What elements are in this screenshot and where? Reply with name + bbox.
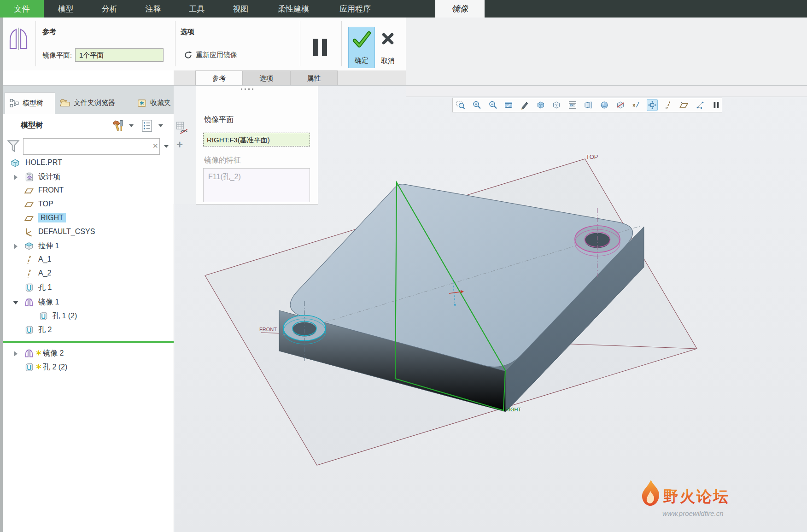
insert-here-separator[interactable] xyxy=(3,341,174,343)
view-manager-icon[interactable] xyxy=(567,99,578,111)
filter-history-caret[interactable] xyxy=(164,145,169,148)
expand-arrow-icon[interactable] xyxy=(14,175,18,180)
menu-item-5[interactable]: 视图 xyxy=(219,0,263,18)
mirror-plane-section-label: 镜像平面 xyxy=(204,115,234,125)
tree-row[interactable]: 孔 2 xyxy=(3,323,174,337)
expand-arrow-icon[interactable] xyxy=(14,244,18,249)
navigator-tab-3[interactable]: 收藏夹 xyxy=(133,92,174,114)
section-icon[interactable] xyxy=(614,99,626,111)
tree-row[interactable]: 镜像 2 xyxy=(3,347,174,361)
dashboard-tab-2[interactable]: 选项 xyxy=(243,70,290,85)
tree-tools-icon[interactable] xyxy=(111,119,125,133)
tree-columns-caret[interactable] xyxy=(158,124,163,127)
pause-button[interactable] xyxy=(313,39,327,56)
mirror-plane-reference-field[interactable]: RIGHT:F3(基准平面) xyxy=(203,133,310,146)
refit-icon[interactable] xyxy=(455,99,467,111)
add-icon[interactable]: + xyxy=(176,138,183,151)
collapse-arrow-icon[interactable] xyxy=(13,301,18,304)
tree-row[interactable]: 设计项 xyxy=(3,170,174,184)
cancel-x-icon xyxy=(380,30,396,47)
dashboard-tab-3[interactable]: 属性 xyxy=(290,70,338,85)
dashboard-tab-1[interactable]: 参考 xyxy=(195,70,243,85)
display-style-icon[interactable] xyxy=(519,99,531,111)
tree-item-label[interactable]: 孔 1 (2) xyxy=(53,311,77,321)
axis-icon xyxy=(24,255,34,265)
mirror-plane-collector[interactable]: 1个平面 xyxy=(75,48,164,62)
tree-item-label[interactable]: 镜像 2 xyxy=(43,349,64,358)
context-tab-mirror[interactable]: 镜像 xyxy=(435,0,485,18)
reapply-mirror-button[interactable]: 重新应用镜像 xyxy=(184,51,237,59)
perspective-icon[interactable] xyxy=(583,99,594,111)
tree-row[interactable]: TOP xyxy=(3,198,174,212)
mirrored-features-list[interactable]: F11(孔_2) xyxy=(203,168,310,202)
menu-item-6[interactable]: 柔性建模 xyxy=(263,0,324,18)
point-display-icon[interactable] xyxy=(695,99,706,111)
tree-row[interactable]: 镜像 1 xyxy=(3,296,174,310)
menu-item-1[interactable]: 模型 xyxy=(44,0,88,18)
tree-row[interactable]: FRONT xyxy=(3,184,174,198)
tree-row[interactable]: HOLE.PRT xyxy=(3,157,174,170)
tree-item-label[interactable]: 镜像 1 xyxy=(38,298,59,307)
mirror-icon xyxy=(24,297,34,307)
tree-row[interactable]: 孔 1 xyxy=(3,281,174,295)
tree-item-label[interactable]: 孔 2 xyxy=(38,325,52,335)
hidden-line-icon[interactable] xyxy=(551,99,562,111)
tree-side-strip: + xyxy=(174,86,196,204)
tree-columns-icon[interactable] xyxy=(140,119,153,133)
shaded-icon[interactable] xyxy=(535,99,546,111)
menu-item-4[interactable]: 工具 xyxy=(175,0,219,18)
tree-row[interactable]: 孔 1 (2) xyxy=(3,310,174,323)
tree-row[interactable]: RIGHT xyxy=(3,212,174,226)
tree-item-label[interactable]: A_2 xyxy=(38,269,51,277)
menu-file-tab[interactable]: 文件 xyxy=(0,0,44,18)
appearances-icon[interactable] xyxy=(599,99,610,111)
tree-item-label[interactable]: FRONT xyxy=(38,186,64,194)
panel-drag-handle[interactable] xyxy=(241,88,253,90)
tree-item-label[interactable]: HOLE.PRT xyxy=(25,158,62,167)
tree-item-label[interactable]: A_1 xyxy=(38,255,51,263)
repaint-icon[interactable] xyxy=(503,99,515,111)
tree-item-label[interactable]: 设计项 xyxy=(38,172,60,182)
menu-item-3[interactable]: 注释 xyxy=(131,0,175,18)
tree-row[interactable]: A_1 xyxy=(3,253,174,267)
datum-label-right[interactable]: RIGHT xyxy=(505,407,521,412)
tree-tools-caret[interactable] xyxy=(129,124,134,127)
tree-row[interactable]: 拉伸 1 xyxy=(3,240,174,253)
clear-x-icon[interactable]: ✕ xyxy=(152,142,158,150)
model-tree-panel: 模型树文件夹浏览器收藏夹 模型树 ✕ xyxy=(3,86,174,532)
dragger-icon[interactable] xyxy=(647,99,658,111)
plane-display-icon[interactable] xyxy=(678,99,690,111)
graphics-toolbar xyxy=(452,98,722,112)
axis-display-icon[interactable] xyxy=(662,99,674,111)
tree-display-filter-icon[interactable] xyxy=(175,121,188,135)
tree-item-label[interactable]: 拉伸 1 xyxy=(38,241,59,251)
ok-label: 确定 xyxy=(355,56,368,65)
tree-row[interactable]: DEFAULT_CSYS xyxy=(3,226,174,240)
menu-item-7[interactable]: 应用程序 xyxy=(324,0,386,18)
navigator-tab-2[interactable]: 文件夹浏览器 xyxy=(55,92,133,114)
annotation-display-icon[interactable] xyxy=(631,99,642,111)
zoom-in-icon[interactable] xyxy=(471,99,483,111)
tree-item-label[interactable]: DEFAULT_CSYS xyxy=(38,228,95,236)
watermark-title: 野火论坛 xyxy=(663,488,730,505)
tree-row[interactable]: A_2 xyxy=(3,267,174,281)
tree-item-label[interactable]: 孔 2 (2) xyxy=(43,362,67,372)
pause-icon[interactable] xyxy=(710,99,722,111)
menu-item-2[interactable]: 分析 xyxy=(88,0,131,18)
datum-label-top[interactable]: TOP xyxy=(586,153,598,160)
tree-item-label[interactable]: 孔 1 xyxy=(38,283,52,292)
navigator-tab-1[interactable]: 模型树 xyxy=(5,92,55,114)
zoom-out-icon[interactable] xyxy=(487,99,498,111)
cancel-label: 取消 xyxy=(381,57,395,65)
tree-filter-input[interactable]: ✕ xyxy=(23,138,160,155)
tree-item-label[interactable]: RIGHT xyxy=(38,213,66,222)
tree-item-label[interactable]: TOP xyxy=(38,200,53,208)
hole-icon xyxy=(24,325,34,335)
tree-row[interactable]: 孔 2 (2) xyxy=(3,361,174,374)
ok-button[interactable]: 确定 xyxy=(348,27,375,68)
datum-plane-icon xyxy=(24,186,34,196)
cancel-button[interactable]: 取消 xyxy=(376,27,400,68)
expand-arrow-icon[interactable] xyxy=(14,351,18,357)
datum-label-front[interactable]: FRONT xyxy=(259,327,277,332)
reapply-refresh-icon xyxy=(184,51,193,59)
